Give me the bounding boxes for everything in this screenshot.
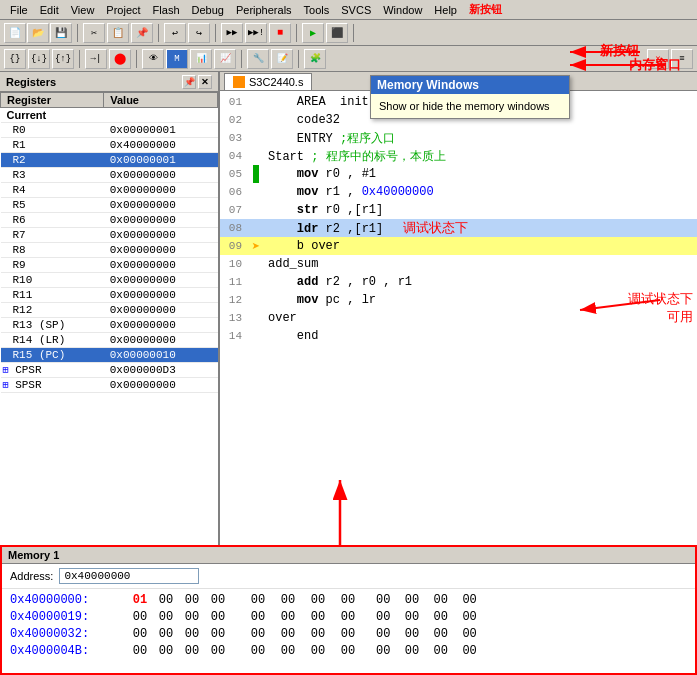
register-data-table: Register Value Current R0 0x00000001 R1 … bbox=[0, 92, 218, 393]
mem-byte: 00 bbox=[182, 593, 202, 607]
step-over-btn[interactable]: {↓} bbox=[28, 49, 50, 69]
code-line[interactable]: 10 add_sum bbox=[220, 255, 697, 273]
registers-panel-header: Registers 📌 ✕ bbox=[0, 72, 218, 92]
menu-window[interactable]: Window bbox=[377, 3, 428, 17]
reg-name: R0 bbox=[1, 123, 104, 138]
menu-help[interactable]: Help bbox=[428, 3, 463, 17]
line-number: 14 bbox=[220, 330, 248, 342]
line-code-text: over bbox=[264, 311, 697, 325]
menu-edit[interactable]: Edit bbox=[34, 3, 65, 17]
run-to-cursor-btn[interactable]: →| bbox=[85, 49, 107, 69]
reg-name: R2 bbox=[1, 153, 104, 168]
mem-byte-extra: 00 bbox=[248, 593, 268, 607]
reg-name: R5 bbox=[1, 198, 104, 213]
code-line[interactable]: 04 Start ; 程序中的标号，本质上 bbox=[220, 147, 697, 165]
step-into-btn[interactable]: {} bbox=[4, 49, 26, 69]
debug-start-btn[interactable]: ▶ bbox=[302, 23, 324, 43]
address-input[interactable] bbox=[59, 568, 199, 584]
build-btn[interactable]: ▶▶ bbox=[221, 23, 243, 43]
debug-stop-btn[interactable]: ⬛ bbox=[326, 23, 348, 43]
code-line[interactable]: 06 mov r1 , 0x40000000 bbox=[220, 183, 697, 201]
code-line[interactable]: 03 ENTRY ;程序入口 bbox=[220, 129, 697, 147]
tooltip-text: Show or hide the memory windows bbox=[379, 100, 561, 112]
mem-bytes-more: 00 00 00 00 bbox=[376, 593, 477, 607]
menu-flash[interactable]: Flash bbox=[147, 3, 186, 17]
line-number: 09 bbox=[220, 240, 248, 252]
extra-btn2[interactable]: ≡ bbox=[671, 49, 693, 69]
mem-byte-extra: 00 bbox=[278, 610, 298, 624]
code-line[interactable]: 14 end bbox=[220, 327, 697, 345]
stop-btn[interactable]: ■ bbox=[269, 23, 291, 43]
tab-file-icon bbox=[233, 76, 245, 88]
reg-value: 0x00000000 bbox=[104, 273, 218, 288]
code-tab-s3c2440[interactable]: S3C2440.s bbox=[224, 73, 312, 90]
sep8 bbox=[241, 50, 242, 68]
memory-btn[interactable]: M bbox=[166, 49, 188, 69]
memory-row: 0x40000032: 00000000 00000000 00 00 00 0… bbox=[10, 625, 687, 642]
breakpoint-btn[interactable]: ⬤ bbox=[109, 49, 131, 69]
mem-byte-extra: 00 bbox=[308, 610, 328, 624]
cut-btn[interactable]: ✂ bbox=[83, 23, 105, 43]
code-line[interactable]: 09 ➤ b over bbox=[220, 237, 697, 255]
watch-btn[interactable]: 👁 bbox=[142, 49, 164, 69]
sep6 bbox=[79, 50, 80, 68]
open-btn[interactable]: 📂 bbox=[27, 23, 49, 43]
extra-btn1[interactable]: ✕ bbox=[647, 49, 669, 69]
menu-project[interactable]: Project bbox=[100, 3, 146, 17]
reg-name: R13 (SP) bbox=[1, 318, 104, 333]
logic-analyzer-btn[interactable]: 📈 bbox=[214, 49, 236, 69]
event-recorder-btn[interactable]: 📝 bbox=[271, 49, 293, 69]
menu-svcs[interactable]: SVCS bbox=[335, 3, 377, 17]
code-line[interactable]: 07 str r0 ,[r1] bbox=[220, 201, 697, 219]
save-btn[interactable]: 💾 bbox=[50, 23, 72, 43]
code-line[interactable]: 12 mov pc , lr bbox=[220, 291, 697, 309]
line-number: 11 bbox=[220, 276, 248, 288]
register-row: R1 0x40000000 bbox=[1, 138, 218, 153]
menu-debug[interactable]: Debug bbox=[186, 3, 230, 17]
mem-address: 0x4000004B: bbox=[10, 644, 120, 658]
pin-icon[interactable]: 📌 bbox=[182, 75, 196, 89]
new-file-btn[interactable]: 📄 bbox=[4, 23, 26, 43]
current-line-arrow: ➤ bbox=[248, 238, 264, 255]
menu-view[interactable]: View bbox=[65, 3, 101, 17]
register-row: R12 0x00000000 bbox=[1, 303, 218, 318]
code-line[interactable]: 11 add r2 , r0 , r1 bbox=[220, 273, 697, 291]
paste-btn[interactable]: 📌 bbox=[131, 23, 153, 43]
toolbar-file-group: 📄 📂 💾 bbox=[4, 23, 72, 43]
address-label: Address: bbox=[10, 570, 53, 582]
register-row: R13 (SP) 0x00000000 bbox=[1, 318, 218, 333]
step-out-btn[interactable]: {↑} bbox=[52, 49, 74, 69]
code-line[interactable]: 08 ldr r2 ,[r1]调试状态下 bbox=[220, 219, 697, 237]
reg-value: 0x00000000 bbox=[104, 168, 218, 183]
close-panel-icon[interactable]: ✕ bbox=[198, 75, 212, 89]
expand-icon[interactable]: ⊞ bbox=[3, 365, 9, 376]
menu-file[interactable]: File bbox=[4, 3, 34, 17]
component-viewer-btn[interactable]: 🧩 bbox=[304, 49, 326, 69]
build-all-btn[interactable]: ▶▶! bbox=[245, 23, 267, 43]
perf-analyzer-btn[interactable]: 📊 bbox=[190, 49, 212, 69]
tooltip-title: Memory Windows bbox=[371, 76, 569, 94]
toolbar2: {} {↓} {↑} →| ⬤ 👁 M 📊 📈 🔧 📝 🧩 ✕ ≡ bbox=[0, 46, 697, 72]
undo-btn[interactable]: ↩ bbox=[164, 23, 186, 43]
line-code-text: mov r1 , 0x40000000 bbox=[264, 185, 697, 199]
system-viewer-btn[interactable]: 🔧 bbox=[247, 49, 269, 69]
line-code-text: b over bbox=[264, 239, 697, 253]
redo-btn[interactable]: ↪ bbox=[188, 23, 210, 43]
reg-name: R4 bbox=[1, 183, 104, 198]
mem-bytes-group: 00000000 bbox=[130, 644, 228, 658]
code-line[interactable]: 05 mov r0 , #1 bbox=[220, 165, 697, 183]
copy-btn[interactable]: 📋 bbox=[107, 23, 129, 43]
reg-value: 0x00000000 bbox=[104, 243, 218, 258]
reg-name: ⊞ CPSR bbox=[1, 363, 104, 378]
expand-icon[interactable]: ⊞ bbox=[3, 380, 9, 391]
memory-panel: Memory 1 Address: 0x40000000: 01000000 0… bbox=[0, 545, 697, 675]
memory-row: 0x4000004B: 00000000 00000000 00 00 00 0… bbox=[10, 642, 687, 659]
mem-byte-extra: 00 bbox=[278, 593, 298, 607]
menu-tools[interactable]: Tools bbox=[298, 3, 336, 17]
menu-peripherals[interactable]: Peripherals bbox=[230, 3, 298, 17]
menu-new-button[interactable]: 新按钮 bbox=[463, 1, 508, 18]
code-line[interactable]: 13 over bbox=[220, 309, 697, 327]
mem-byte-extra: 00 bbox=[338, 593, 358, 607]
mem-byte-extra: 00 bbox=[248, 627, 268, 641]
mem-bytes-group: 00000000 bbox=[130, 610, 228, 624]
